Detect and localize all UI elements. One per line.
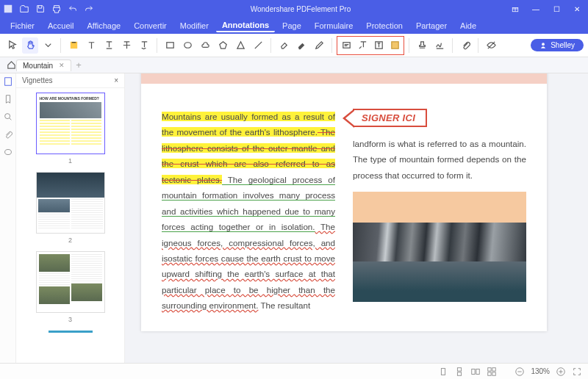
typewriter-tool[interactable] <box>370 37 387 54</box>
doc-tab[interactable]: Mountain ✕ <box>16 59 71 71</box>
app-logo-icon <box>3 4 13 14</box>
hand-tool[interactable] <box>22 37 38 54</box>
panel-title: Vignettes <box>22 76 53 84</box>
menu-annotations[interactable]: Annotations <box>216 19 275 32</box>
new-tab-button[interactable]: + <box>76 59 82 71</box>
hide-annotations-tool[interactable] <box>483 37 499 54</box>
note-textbox-tool[interactable] <box>338 37 354 54</box>
menu-partager[interactable]: Partager <box>410 20 453 32</box>
menu-convertir[interactable]: Convertir <box>128 20 173 32</box>
zoom-out-icon[interactable] <box>514 367 525 377</box>
signature-tool[interactable] <box>431 37 448 54</box>
thumbnail-4[interactable] <box>49 331 93 338</box>
menu-modifier[interactable]: Modifier <box>174 20 215 32</box>
maximize-button[interactable]: ☐ <box>548 3 564 15</box>
thumbnail-3[interactable] <box>36 251 105 313</box>
search-rail-icon[interactable] <box>3 112 13 122</box>
thumb-label-1: 1 <box>68 157 72 165</box>
attachment-tool[interactable] <box>457 37 473 54</box>
mountain-photo <box>353 192 526 302</box>
svg-rect-12 <box>442 368 445 375</box>
view-continuous-icon[interactable] <box>454 367 465 377</box>
thumbnails-rail-icon[interactable] <box>3 76 13 87</box>
rect-shape-tool[interactable] <box>162 37 178 54</box>
undo-icon[interactable] <box>68 4 78 14</box>
svg-point-10 <box>4 114 10 119</box>
oval-shape-tool[interactable] <box>179 37 196 54</box>
save-icon[interactable] <box>35 4 46 14</box>
print-icon[interactable] <box>51 4 62 14</box>
statusbar: 130% <box>0 363 588 379</box>
zoom-value[interactable]: 130% <box>531 367 550 375</box>
eraser-soft-tool[interactable] <box>276 37 292 54</box>
svg-rect-14 <box>458 372 462 375</box>
page-canvas[interactable]: 1 / 4 Mountains are usually formed as a … <box>125 73 588 363</box>
side-rail <box>0 73 16 363</box>
pencil-tool[interactable] <box>311 37 327 54</box>
svg-point-8 <box>542 43 545 46</box>
stamp-tool[interactable] <box>414 37 430 54</box>
svg-rect-19 <box>488 372 491 375</box>
view-facing-continuous-icon[interactable] <box>487 367 497 377</box>
svg-rect-0 <box>4 5 12 13</box>
svg-point-4 <box>184 43 190 48</box>
highlight-tool[interactable] <box>65 37 82 54</box>
close-tab-icon[interactable]: ✕ <box>59 62 65 69</box>
svg-point-11 <box>4 150 11 155</box>
svg-rect-3 <box>166 43 173 48</box>
doc-tab-row: Mountain ✕ + <box>0 57 588 73</box>
select-tool[interactable] <box>4 37 21 54</box>
svg-rect-18 <box>492 367 495 370</box>
attachments-rail-icon[interactable] <box>3 129 13 140</box>
thumb-label-3: 3 <box>68 316 72 323</box>
left-paragraph: Mountains are usually formed as a result… <box>162 109 335 314</box>
menu-fichier[interactable]: Fichier <box>4 20 40 32</box>
svg-rect-9 <box>4 78 11 86</box>
annotation-toolbar: Shelley <box>0 34 588 57</box>
area-highlight-tool[interactable] <box>387 37 403 54</box>
cloud-shape-tool[interactable] <box>197 37 213 54</box>
gift-icon[interactable] <box>507 3 523 15</box>
squiggly-tool[interactable] <box>136 37 152 54</box>
triangle-shape-tool[interactable] <box>232 37 248 54</box>
eraser-hard-tool[interactable] <box>293 37 309 54</box>
menu-accueil[interactable]: Accueil <box>42 20 79 32</box>
thumb1-title: HOW ARE MOUNTAINS FORMED? <box>40 96 101 101</box>
thumbnails-panel: Vignettes × HOW ARE MOUNTAINS FORMED? 1 … <box>16 73 125 363</box>
zoom-in-icon[interactable] <box>556 367 566 377</box>
callout-textbox-tool[interactable] <box>354 37 370 54</box>
menu-aide[interactable]: Aide <box>454 20 482 32</box>
strike-tool[interactable] <box>118 37 135 54</box>
menu-formulaire[interactable]: Formulaire <box>309 20 359 32</box>
home-icon[interactable] <box>3 57 19 73</box>
fullscreen-icon[interactable] <box>572 367 582 377</box>
user-name: Shelley <box>551 41 575 49</box>
polygon-shape-tool[interactable] <box>215 37 231 54</box>
menu-protection[interactable]: Protection <box>360 20 409 32</box>
thumbnail-2[interactable] <box>36 172 105 234</box>
comments-rail-icon[interactable] <box>3 147 13 157</box>
menu-affichage[interactable]: Affichage <box>81 20 126 32</box>
bookmarks-rail-icon[interactable] <box>3 94 13 104</box>
menu-page[interactable]: Page <box>276 20 307 32</box>
page-header-image <box>141 73 547 84</box>
underline-tool[interactable] <box>101 37 117 54</box>
svg-rect-15 <box>472 369 475 374</box>
thumbnail-1[interactable]: HOW ARE MOUNTAINS FORMED? <box>36 93 105 154</box>
text-tool[interactable] <box>83 37 99 54</box>
view-single-icon[interactable] <box>438 367 448 377</box>
user-pill[interactable]: Shelley <box>531 39 584 51</box>
close-button[interactable]: ✕ <box>569 3 585 15</box>
thumb-label-2: 2 <box>68 237 72 244</box>
doc-tab-label: Mountain <box>23 62 53 70</box>
open-icon[interactable] <box>19 4 29 14</box>
line-shape-tool[interactable] <box>250 37 266 54</box>
view-facing-icon[interactable] <box>470 367 481 377</box>
pdf-page: Mountains are usually formed as a result… <box>141 73 547 331</box>
redo-icon[interactable] <box>84 4 94 14</box>
panel-close-icon[interactable]: × <box>114 76 118 84</box>
sign-here-stamp[interactable]: SIGNER ICI <box>353 109 427 127</box>
svg-rect-20 <box>492 372 495 375</box>
minimize-button[interactable]: — <box>528 3 544 15</box>
chevron-down-icon[interactable] <box>40 37 56 54</box>
